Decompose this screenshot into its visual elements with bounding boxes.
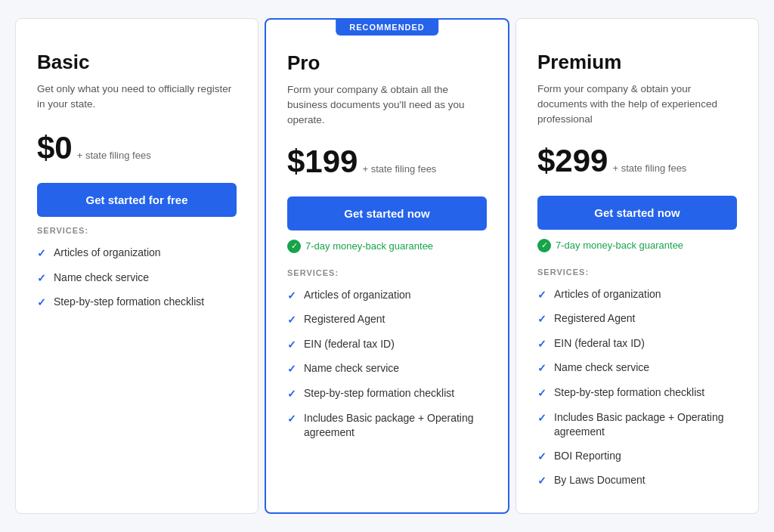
money-back-label: 7-day money-back guarantee: [305, 240, 433, 252]
pricing-card-basic: BasicGet only what you need to officiall…: [15, 18, 259, 514]
price-suffix-premium: + state filing fees: [612, 162, 686, 174]
service-text: Step-by-step formation checklist: [54, 295, 204, 310]
service-text: Registered Agent: [304, 312, 385, 327]
check-icon: ✓: [287, 412, 296, 427]
service-text: BOI Reporting: [554, 449, 621, 464]
service-text: Step-by-step formation checklist: [304, 386, 454, 401]
plan-name-basic: Basic: [37, 51, 237, 74]
recommended-badge: RECOMMENDED: [336, 19, 438, 36]
price-suffix-basic: + state filing fees: [77, 150, 151, 161]
service-text: Name check service: [304, 361, 399, 376]
service-item: ✓ Includes Basic package + Operating agr…: [537, 410, 737, 440]
check-icon: ✓: [537, 361, 546, 376]
check-icon: ✓: [537, 288, 546, 303]
money-back-icon: ✓: [287, 240, 301, 253]
price-suffix-pro: + state filing fees: [362, 163, 436, 175]
services-label-pro: SERVICES:: [287, 268, 487, 277]
plan-description-pro: Form your company & obtain all the busin…: [287, 82, 487, 128]
service-item: ✓ Step-by-step formation checklist: [37, 295, 237, 311]
services-label-premium: SERVICES:: [537, 268, 737, 277]
service-list-premium: ✓ Articles of organization ✓ Registered …: [537, 287, 737, 489]
money-back-label: 7-day money-back guarantee: [556, 240, 683, 251]
service-item: ✓ EIN (federal tax ID): [537, 336, 737, 352]
service-text: Includes Basic package + Operating agree…: [554, 410, 737, 440]
check-icon: ✓: [287, 362, 296, 377]
service-item: ✓ Name check service: [287, 361, 487, 377]
service-item: ✓ EIN (federal tax ID): [287, 337, 487, 353]
price-amount-basic: $0: [37, 130, 73, 166]
service-text: Articles of organization: [54, 246, 161, 261]
check-icon: ✓: [37, 271, 46, 286]
check-icon: ✓: [37, 295, 46, 311]
service-text: Step-by-step formation checklist: [554, 385, 704, 401]
plan-description-premium: Form your company & obtain your document…: [537, 82, 737, 128]
service-item: ✓ Articles of organization: [287, 288, 487, 304]
service-text: EIN (federal tax ID): [554, 336, 645, 351]
pricing-container: BasicGet only what you need to officiall…: [15, 18, 759, 514]
service-text: Registered Agent: [554, 311, 635, 326]
service-item: ✓ Articles of organization: [37, 246, 237, 261]
service-item: ✓ Step-by-step formation checklist: [537, 385, 737, 401]
check-icon: ✓: [287, 387, 296, 402]
price-row-pro: $199 + state filing fees: [287, 144, 487, 180]
service-list-pro: ✓ Articles of organization ✓ Registered …: [287, 288, 487, 441]
service-item: ✓ Step-by-step formation checklist: [287, 386, 487, 402]
cta-button-premium[interactable]: Get started now: [537, 196, 737, 230]
service-item: ✓ By Laws Document: [537, 473, 737, 489]
check-icon: ✓: [537, 312, 546, 327]
service-item: ✓ Articles of organization: [537, 287, 737, 303]
check-icon: ✓: [537, 386, 546, 401]
service-text: Articles of organization: [554, 287, 661, 302]
service-item: ✓ Includes Basic package + Operating agr…: [287, 411, 487, 441]
service-text: EIN (federal tax ID): [304, 337, 395, 352]
plan-name-pro: Pro: [287, 51, 487, 75]
pricing-card-pro: RECOMMENDEDProForm your company & obtain…: [265, 18, 509, 514]
service-text: Name check service: [54, 271, 149, 286]
check-icon: ✓: [287, 289, 296, 304]
service-item: ✓ Name check service: [37, 271, 237, 286]
service-text: By Laws Document: [554, 473, 646, 488]
service-item: ✓ Registered Agent: [537, 311, 737, 327]
check-icon: ✓: [537, 450, 546, 465]
check-icon: ✓: [537, 337, 546, 352]
service-text: Name check service: [554, 360, 649, 376]
plan-description-basic: Get only what you need to officially reg…: [37, 82, 237, 115]
check-icon: ✓: [537, 474, 546, 489]
price-amount-premium: $299: [537, 143, 608, 179]
price-row-basic: $0 + state filing fees: [37, 130, 237, 166]
pricing-card-premium: PremiumForm your company & obtain your d…: [515, 18, 759, 514]
money-back-pro: ✓ 7-day money-back guarantee: [287, 240, 487, 253]
service-list-basic: ✓ Articles of organization ✓ Name check …: [37, 246, 237, 311]
check-icon: ✓: [537, 411, 546, 426]
money-back-premium: ✓ 7-day money-back guarantee: [537, 239, 737, 252]
service-text: Includes Basic package + Operating agree…: [304, 411, 487, 441]
check-icon: ✓: [37, 246, 46, 261]
service-item: ✓ BOI Reporting: [537, 449, 737, 465]
service-item: ✓ Registered Agent: [287, 312, 487, 328]
money-back-icon: ✓: [537, 239, 551, 252]
price-amount-pro: $199: [287, 144, 358, 180]
services-label-basic: SERVICES:: [37, 226, 237, 235]
check-icon: ✓: [287, 338, 296, 353]
cta-button-pro[interactable]: Get started now: [287, 196, 487, 230]
check-icon: ✓: [287, 313, 296, 328]
cta-button-basic[interactable]: Get started for free: [37, 183, 237, 217]
service-item: ✓ Name check service: [537, 360, 737, 376]
plan-name-premium: Premium: [537, 51, 737, 74]
price-row-premium: $299 + state filing fees: [537, 143, 737, 179]
service-text: Articles of organization: [304, 288, 411, 303]
